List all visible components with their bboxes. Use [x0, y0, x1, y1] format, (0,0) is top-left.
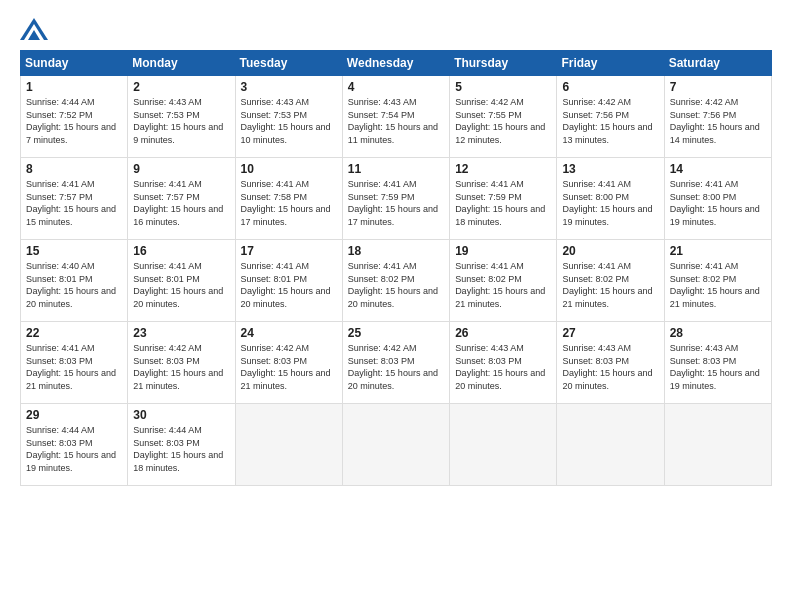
calendar-week-5: 29Sunrise: 4:44 AMSunset: 8:03 PMDayligh…: [21, 404, 772, 486]
calendar-cell: 4Sunrise: 4:43 AMSunset: 7:54 PMDaylight…: [342, 76, 449, 158]
day-info: Sunrise: 4:41 AMSunset: 7:57 PMDaylight:…: [133, 178, 230, 228]
day-info: Sunrise: 4:42 AMSunset: 8:03 PMDaylight:…: [348, 342, 445, 392]
day-number: 20: [562, 244, 659, 258]
day-number: 9: [133, 162, 230, 176]
calendar-week-1: 1Sunrise: 4:44 AMSunset: 7:52 PMDaylight…: [21, 76, 772, 158]
calendar-cell: 10Sunrise: 4:41 AMSunset: 7:58 PMDayligh…: [235, 158, 342, 240]
day-info: Sunrise: 4:42 AMSunset: 8:03 PMDaylight:…: [241, 342, 338, 392]
day-number: 3: [241, 80, 338, 94]
day-number: 28: [670, 326, 767, 340]
calendar-cell: [235, 404, 342, 486]
day-info: Sunrise: 4:42 AMSunset: 7:56 PMDaylight:…: [670, 96, 767, 146]
weekday-header-row: SundayMondayTuesdayWednesdayThursdayFrid…: [21, 51, 772, 76]
day-number: 10: [241, 162, 338, 176]
day-number: 11: [348, 162, 445, 176]
day-number: 26: [455, 326, 552, 340]
calendar-cell: 5Sunrise: 4:42 AMSunset: 7:55 PMDaylight…: [450, 76, 557, 158]
day-info: Sunrise: 4:41 AMSunset: 8:00 PMDaylight:…: [562, 178, 659, 228]
logo: [20, 18, 52, 40]
day-info: Sunrise: 4:41 AMSunset: 7:59 PMDaylight:…: [455, 178, 552, 228]
weekday-header-thursday: Thursday: [450, 51, 557, 76]
day-number: 27: [562, 326, 659, 340]
calendar-cell: 12Sunrise: 4:41 AMSunset: 7:59 PMDayligh…: [450, 158, 557, 240]
day-info: Sunrise: 4:40 AMSunset: 8:01 PMDaylight:…: [26, 260, 123, 310]
calendar-cell: 16Sunrise: 4:41 AMSunset: 8:01 PMDayligh…: [128, 240, 235, 322]
calendar-cell: 8Sunrise: 4:41 AMSunset: 7:57 PMDaylight…: [21, 158, 128, 240]
day-info: Sunrise: 4:41 AMSunset: 8:01 PMDaylight:…: [133, 260, 230, 310]
day-number: 25: [348, 326, 445, 340]
day-info: Sunrise: 4:41 AMSunset: 7:58 PMDaylight:…: [241, 178, 338, 228]
day-number: 29: [26, 408, 123, 422]
calendar-cell: [450, 404, 557, 486]
day-info: Sunrise: 4:43 AMSunset: 8:03 PMDaylight:…: [455, 342, 552, 392]
calendar-cell: 9Sunrise: 4:41 AMSunset: 7:57 PMDaylight…: [128, 158, 235, 240]
calendar-cell: 29Sunrise: 4:44 AMSunset: 8:03 PMDayligh…: [21, 404, 128, 486]
weekday-header-wednesday: Wednesday: [342, 51, 449, 76]
day-number: 6: [562, 80, 659, 94]
day-info: Sunrise: 4:41 AMSunset: 8:02 PMDaylight:…: [348, 260, 445, 310]
day-info: Sunrise: 4:41 AMSunset: 8:02 PMDaylight:…: [670, 260, 767, 310]
calendar-cell: 17Sunrise: 4:41 AMSunset: 8:01 PMDayligh…: [235, 240, 342, 322]
calendar-cell: [342, 404, 449, 486]
day-number: 1: [26, 80, 123, 94]
day-number: 19: [455, 244, 552, 258]
day-info: Sunrise: 4:43 AMSunset: 7:54 PMDaylight:…: [348, 96, 445, 146]
calendar-cell: 21Sunrise: 4:41 AMSunset: 8:02 PMDayligh…: [664, 240, 771, 322]
day-info: Sunrise: 4:43 AMSunset: 7:53 PMDaylight:…: [133, 96, 230, 146]
calendar-cell: 18Sunrise: 4:41 AMSunset: 8:02 PMDayligh…: [342, 240, 449, 322]
weekday-header-saturday: Saturday: [664, 51, 771, 76]
calendar-cell: [664, 404, 771, 486]
header: [20, 18, 772, 40]
day-number: 22: [26, 326, 123, 340]
day-number: 23: [133, 326, 230, 340]
day-info: Sunrise: 4:41 AMSunset: 7:57 PMDaylight:…: [26, 178, 123, 228]
calendar-cell: 3Sunrise: 4:43 AMSunset: 7:53 PMDaylight…: [235, 76, 342, 158]
day-number: 5: [455, 80, 552, 94]
day-number: 4: [348, 80, 445, 94]
day-number: 8: [26, 162, 123, 176]
calendar-cell: 1Sunrise: 4:44 AMSunset: 7:52 PMDaylight…: [21, 76, 128, 158]
day-info: Sunrise: 4:41 AMSunset: 8:03 PMDaylight:…: [26, 342, 123, 392]
weekday-header-tuesday: Tuesday: [235, 51, 342, 76]
calendar-cell: 2Sunrise: 4:43 AMSunset: 7:53 PMDaylight…: [128, 76, 235, 158]
calendar-week-4: 22Sunrise: 4:41 AMSunset: 8:03 PMDayligh…: [21, 322, 772, 404]
calendar-cell: 13Sunrise: 4:41 AMSunset: 8:00 PMDayligh…: [557, 158, 664, 240]
calendar-cell: 23Sunrise: 4:42 AMSunset: 8:03 PMDayligh…: [128, 322, 235, 404]
day-number: 16: [133, 244, 230, 258]
day-info: Sunrise: 4:41 AMSunset: 8:02 PMDaylight:…: [562, 260, 659, 310]
day-number: 18: [348, 244, 445, 258]
calendar-cell: 15Sunrise: 4:40 AMSunset: 8:01 PMDayligh…: [21, 240, 128, 322]
day-number: 14: [670, 162, 767, 176]
calendar-cell: 20Sunrise: 4:41 AMSunset: 8:02 PMDayligh…: [557, 240, 664, 322]
day-number: 7: [670, 80, 767, 94]
day-number: 17: [241, 244, 338, 258]
day-number: 30: [133, 408, 230, 422]
day-number: 21: [670, 244, 767, 258]
day-info: Sunrise: 4:43 AMSunset: 8:03 PMDaylight:…: [670, 342, 767, 392]
day-number: 24: [241, 326, 338, 340]
calendar-cell: 24Sunrise: 4:42 AMSunset: 8:03 PMDayligh…: [235, 322, 342, 404]
logo-icon: [20, 18, 48, 40]
page: SundayMondayTuesdayWednesdayThursdayFrid…: [0, 0, 792, 612]
day-info: Sunrise: 4:43 AMSunset: 7:53 PMDaylight:…: [241, 96, 338, 146]
calendar-cell: 19Sunrise: 4:41 AMSunset: 8:02 PMDayligh…: [450, 240, 557, 322]
day-info: Sunrise: 4:42 AMSunset: 7:56 PMDaylight:…: [562, 96, 659, 146]
day-info: Sunrise: 4:41 AMSunset: 8:01 PMDaylight:…: [241, 260, 338, 310]
day-info: Sunrise: 4:41 AMSunset: 7:59 PMDaylight:…: [348, 178, 445, 228]
day-info: Sunrise: 4:44 AMSunset: 8:03 PMDaylight:…: [133, 424, 230, 474]
day-info: Sunrise: 4:41 AMSunset: 8:00 PMDaylight:…: [670, 178, 767, 228]
day-number: 13: [562, 162, 659, 176]
calendar-cell: 11Sunrise: 4:41 AMSunset: 7:59 PMDayligh…: [342, 158, 449, 240]
day-info: Sunrise: 4:43 AMSunset: 8:03 PMDaylight:…: [562, 342, 659, 392]
calendar-cell: 27Sunrise: 4:43 AMSunset: 8:03 PMDayligh…: [557, 322, 664, 404]
calendar-cell: 6Sunrise: 4:42 AMSunset: 7:56 PMDaylight…: [557, 76, 664, 158]
calendar-week-3: 15Sunrise: 4:40 AMSunset: 8:01 PMDayligh…: [21, 240, 772, 322]
day-info: Sunrise: 4:42 AMSunset: 7:55 PMDaylight:…: [455, 96, 552, 146]
day-info: Sunrise: 4:42 AMSunset: 8:03 PMDaylight:…: [133, 342, 230, 392]
day-info: Sunrise: 4:44 AMSunset: 8:03 PMDaylight:…: [26, 424, 123, 474]
calendar-cell: 28Sunrise: 4:43 AMSunset: 8:03 PMDayligh…: [664, 322, 771, 404]
day-number: 12: [455, 162, 552, 176]
calendar-cell: 22Sunrise: 4:41 AMSunset: 8:03 PMDayligh…: [21, 322, 128, 404]
weekday-header-sunday: Sunday: [21, 51, 128, 76]
day-info: Sunrise: 4:41 AMSunset: 8:02 PMDaylight:…: [455, 260, 552, 310]
